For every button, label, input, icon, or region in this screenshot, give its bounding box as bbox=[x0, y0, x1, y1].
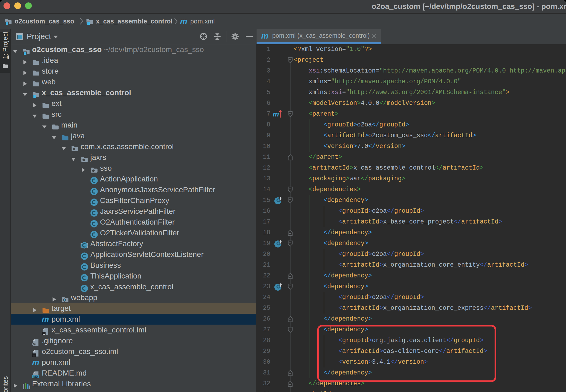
svg-text:MD: MD bbox=[33, 375, 38, 378]
